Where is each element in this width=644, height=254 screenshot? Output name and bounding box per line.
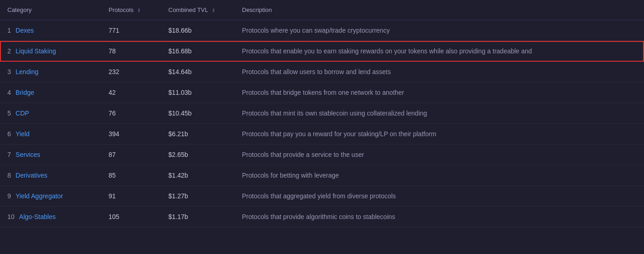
header-description: Description (235, 0, 644, 20)
table-row: 6Yield394$6.21bProtocols that pay you a … (0, 124, 644, 144)
header-protocols[interactable]: Protocols ⇕ (101, 0, 161, 20)
cell-category: 8Derivatives (0, 165, 101, 186)
cell-category: 9Yield Aggregator (0, 186, 101, 207)
category-link[interactable]: Yield Aggregator (16, 192, 63, 200)
row-index: 4 (7, 89, 11, 96)
table-row: 2Liquid Staking78$16.68bProtocols that e… (0, 41, 644, 62)
cell-category: 1Dexes (0, 20, 101, 41)
cell-description: Protocols that mint its own stablecoin u… (235, 103, 644, 124)
cell-tvl: $1.17b (161, 207, 235, 227)
table-row: 3Lending232$14.64bProtocols that allow u… (0, 62, 644, 82)
cell-category: 10Algo-Stables (0, 207, 101, 227)
category-link[interactable]: Liquid Staking (16, 47, 56, 55)
cell-protocols: 394 (101, 124, 161, 144)
cell-category: 3Lending (0, 62, 101, 82)
cell-tvl: $14.64b (161, 62, 235, 82)
cell-tvl: $1.27b (161, 186, 235, 207)
category-link[interactable]: Yield (16, 130, 30, 138)
cell-tvl: $2.65b (161, 144, 235, 165)
row-index: 6 (7, 130, 11, 138)
cell-tvl: $11.03b (161, 82, 235, 103)
categories-table: Category Protocols ⇕ Combined TVL ⇕ Desc… (0, 0, 644, 227)
cell-protocols: 771 (101, 20, 161, 41)
cell-description: Protocols that provide a service to the … (235, 144, 644, 165)
cell-category: 6Yield (0, 124, 101, 144)
table-row: 1Dexes771$18.66bProtocols where you can … (0, 20, 644, 41)
table-row: 8Derivatives85$1.42bProtocols for bettin… (0, 165, 644, 186)
category-link[interactable]: CDP (16, 110, 29, 117)
row-index: 2 (7, 47, 11, 55)
cell-description: Protocols that aggregated yield from div… (235, 186, 644, 207)
table-row: 10Algo-Stables105$1.17bProtocols that pr… (0, 207, 644, 227)
cell-description: Protocols where you can swap/trade crypt… (235, 20, 644, 41)
cell-description: Protocols that enable you to earn stakin… (235, 41, 644, 62)
cell-protocols: 105 (101, 207, 161, 227)
category-link[interactable]: Dexes (16, 27, 34, 34)
category-link[interactable]: Bridge (16, 89, 34, 96)
category-link[interactable]: Derivatives (16, 172, 47, 179)
table-row: 5CDP76$10.45bProtocols that mint its own… (0, 103, 644, 124)
cell-tvl: $16.68b (161, 41, 235, 62)
table-row: 4Bridge42$11.03bProtocols that bridge to… (0, 82, 644, 103)
cell-description: Protocols that pay you a reward for your… (235, 124, 644, 144)
cell-protocols: 76 (101, 103, 161, 124)
category-link[interactable]: Services (16, 151, 40, 158)
cell-protocols: 42 (101, 82, 161, 103)
table-row: 7Services87$2.65bProtocols that provide … (0, 144, 644, 165)
cell-description: Protocols that bridge tokens from one ne… (235, 82, 644, 103)
cell-description: Protocols that provide algorithmic coins… (235, 207, 644, 227)
row-index: 10 (7, 213, 15, 220)
row-index: 7 (7, 151, 11, 158)
table-row: 9Yield Aggregator91$1.27bProtocols that … (0, 186, 644, 207)
row-index: 3 (7, 68, 11, 75)
category-link[interactable]: Algo-Stables (19, 213, 56, 220)
cell-protocols: 78 (101, 41, 161, 62)
cell-description: Protocols that allow users to borrow and… (235, 62, 644, 82)
cell-tvl: $18.66b (161, 20, 235, 41)
header-category: Category (0, 0, 101, 20)
table-header-row: Category Protocols ⇕ Combined TVL ⇕ Desc… (0, 0, 644, 20)
row-index: 8 (7, 172, 11, 179)
cell-category: 2Liquid Staking (0, 41, 101, 62)
cell-protocols: 85 (101, 165, 161, 186)
row-index: 5 (7, 110, 11, 117)
cell-category: 5CDP (0, 103, 101, 124)
row-index: 1 (7, 27, 11, 34)
header-tvl[interactable]: Combined TVL ⇕ (161, 0, 235, 20)
main-table-container: Category Protocols ⇕ Combined TVL ⇕ Desc… (0, 0, 644, 254)
row-index: 9 (7, 192, 11, 200)
cell-protocols: 91 (101, 186, 161, 207)
cell-protocols: 87 (101, 144, 161, 165)
cell-tvl: $1.42b (161, 165, 235, 186)
category-link[interactable]: Lending (16, 68, 39, 75)
sort-arrows-tvl: ⇕ (212, 8, 215, 13)
cell-category: 7Services (0, 144, 101, 165)
sort-arrows-protocols: ⇕ (137, 8, 141, 13)
cell-tvl: $6.21b (161, 124, 235, 144)
cell-category: 4Bridge (0, 82, 101, 103)
cell-tvl: $10.45b (161, 103, 235, 124)
cell-description: Protocols for betting with leverage (235, 165, 644, 186)
cell-protocols: 232 (101, 62, 161, 82)
